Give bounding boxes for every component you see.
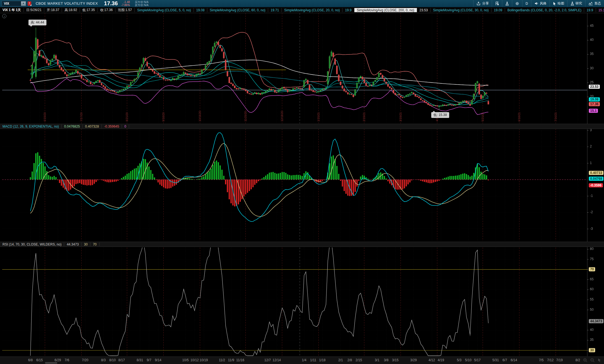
chart-canvas[interactable] [0,0,604,364]
rsi-axis-tick: 80 [590,247,593,251]
macd-label-row: MACD (12, 26, 9, EXPONENTIAL, no)0.04768… [0,124,604,129]
ohlc-stat-0: 日:5/26/21 [24,8,44,12]
time-scrollbar-thumb[interactable] [45,362,57,364]
timeframe-button[interactable]: D [522,0,531,7]
x-axis-label: 7/20 [82,358,88,362]
x-axis-label: 12/14 [273,358,281,362]
sma5-price-badge: 19.08 [589,97,600,101]
x-axis-label: 3/29 [410,358,417,362]
x-axis-label: 5/17 [474,358,480,362]
x-axis-label: 6/14 [511,358,517,362]
share-button[interactable]: 分享 [473,0,492,7]
top-toolbar: VIX ▼ ! CBOE MARKET VOLATILITY INDEX 17.… [0,0,604,7]
study-value-4: 19.09 [491,8,505,12]
x-axis-label: 7/5 [539,358,544,362]
x-axis-label: 4/12 [428,358,435,362]
x-axis-label: 7/12 [547,358,553,362]
report-button[interactable] [492,0,502,7]
study-value-0: 19.08 [194,8,207,12]
x-axis-label: 11/2 [219,358,225,362]
price-axis-tick: 40 [590,38,593,42]
macd-axis-tick: 1 [590,161,592,165]
x-axis-label: 4/19 [438,358,444,362]
x-axis-label: 6/15 [36,358,43,362]
instrument-title: CBOE MARKET VOLATILITY INDEX [36,1,98,6]
bid-value: 买方价:N/A [135,1,148,4]
rsi-badge-2: 30 [589,348,595,352]
chart-header-row: VIX 1 年 1天 日:5/26/21开:18.37高:18.92低:17.3… [0,7,604,13]
pan-cursor-icon[interactable] [597,358,602,362]
study-label-3[interactable]: SimpleMovingAvg (CLOSE, 200, 0, no) [354,8,417,12]
ohlc-stat-3: 低:17.35 [80,8,98,12]
megaphone-icon [534,2,538,5]
macd-badge-1: 0.04768 [589,177,603,181]
x-axis-label: 2/8 [347,358,352,362]
study-label-4[interactable]: SimpleMovingAvg (CLOSE, 30, 0, no) [431,8,491,12]
study-label-2[interactable]: SimpleMovingAvg (CLOSE, 20, 0, no) [282,8,342,12]
last-price: 17.36 [104,0,118,7]
info-icon[interactable]: i [2,14,6,18]
macd-value-0: 0.0476825 [62,125,83,128]
studies-label: 研究 [576,1,582,6]
x-axis-label: 3/15 [392,358,398,362]
x-axis-label: 7/6 [65,358,69,362]
price-change: -1.48 -7.86% [121,1,130,7]
x-axis-label: 11/9 [228,358,234,362]
rsi-label-row: RSI (14, 70, 30, CLOSE, WILDERS, no)44.3… [0,242,604,247]
rsi-value-0: 44.3473 [64,242,81,246]
x-axis-label: 12/7 [264,358,271,362]
macd-axis-tick: 2 [590,144,592,148]
macd-badge-2: -0.3596 [589,183,603,188]
macd-axis-tick: -2 [590,210,593,214]
macd-axis-tick: -1 [590,194,593,198]
rsi-axis-tick: 60 [590,287,593,291]
studies-button[interactable]: 研究 [567,0,585,7]
x-axis-label: 1/4 [302,358,307,362]
style-button[interactable]: 风格 [531,0,550,7]
x-axis-label: 8/2 [576,358,580,362]
flask-icon [571,2,574,6]
cursor-icon [553,2,556,6]
zoom-out-icon[interactable] [590,358,595,362]
low-marker-tooltip: 低: 15.38 [431,112,449,118]
rsi-axis-tick: 65 [590,277,593,281]
x-axis-label: 9/14 [155,358,161,362]
patterns-button[interactable]: 形态 [585,0,604,7]
price-axis-tick: 45 [590,24,593,28]
tests-button[interactable] [502,0,512,7]
instrument-timeframe: VIX 1 年 1天 [0,8,24,12]
macd-value-2: -0.359645 [102,125,122,128]
bid-ask: 买方价:N/A 卖方价:N/A [135,1,148,7]
rsi-value-1: 30 [82,242,90,246]
x-axis-label: 6/29 [54,358,61,362]
x-axis-label: 7/19 [556,358,563,362]
ohlc-stat-1: 开:18.37 [44,8,62,12]
symbol-input[interactable]: VIX ▼ [2,1,26,6]
study-label-0[interactable]: SimpleMovingAvg (CLOSE, 5, 0, no) [135,8,194,12]
macd-study-label[interactable]: MACD (12, 26, 9, EXPONENTIAL, no) [0,125,62,128]
x-axis-label: 1/11 [310,358,316,362]
symbol-text: VIX [2,2,21,6]
pattern-icon [589,2,593,5]
study-label-1[interactable]: SimpleMovingAvg (CLOSE, 60, 0, no) [207,8,268,12]
symbol-dropdown-icon[interactable]: ▼ [21,1,26,6]
x-axis-label: 5/10 [465,358,471,362]
rsi-study-label[interactable]: RSI (14, 70, 30, CLOSE, WILDERS, no) [0,242,64,246]
rsi-axis-tick: 35 [590,338,593,342]
settings-button[interactable] [512,0,522,7]
study-label-bollinger[interactable]: BollingerBands (CLOSE, 0, 20, -2.0, 2.0,… [505,8,584,12]
rsi-axis-tick: 55 [590,297,593,301]
macd-value-3: 0 [122,125,129,128]
draw-button[interactable]: 绘图 [550,0,567,7]
x-axis-label: 5/31 [492,358,499,362]
change-percent: -7.86% [121,4,130,7]
rsi-axis-tick: 75 [590,257,593,261]
zoom-in-icon[interactable] [583,358,587,362]
zoom-controls [583,358,602,362]
draw-label: 绘图 [558,1,564,6]
x-axis-label: 8/3 [101,358,106,362]
trading-platform-window: { "topbar": { "symbol": "VIX", "title": … [0,0,604,364]
style-label: 风格 [540,1,547,6]
study-value-1: 19.71 [268,8,282,12]
x-axis-label: 5/3 [457,358,462,362]
